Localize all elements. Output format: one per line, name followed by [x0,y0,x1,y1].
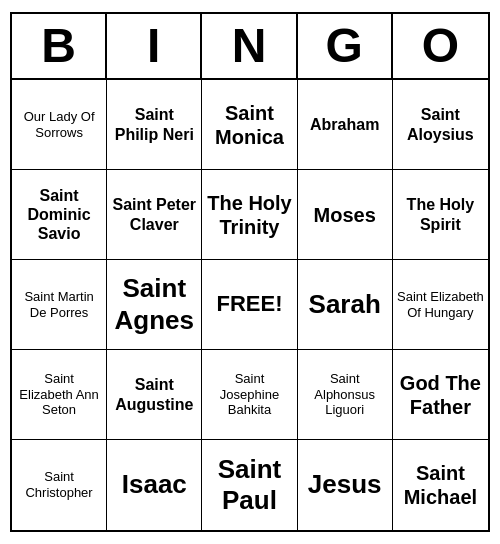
header-letter-g: G [298,14,393,78]
bingo-cell-21: Isaac [107,440,202,530]
bingo-cell-18: Saint Alphonsus Liguori [298,350,393,440]
bingo-cell-text-10: Saint Martin De Porres [16,289,102,320]
bingo-cell-text-15: Saint Elizabeth Ann Seton [16,371,102,418]
bingo-cell-7: The Holy Trinity [202,170,297,260]
bingo-cell-text-5: Saint Dominic Savio [16,186,102,244]
bingo-cell-22: Saint Paul [202,440,297,530]
bingo-cell-23: Jesus [298,440,393,530]
bingo-card: BINGO Our Lady Of SorrowsSaint Philip Ne… [10,12,490,532]
bingo-cell-text-7: The Holy Trinity [206,191,292,239]
bingo-cell-text-8: Moses [314,203,376,227]
bingo-cell-text-18: Saint Alphonsus Liguori [302,371,388,418]
bingo-cell-text-23: Jesus [308,469,382,500]
bingo-cell-20: Saint Christopher [12,440,107,530]
bingo-cell-11: Saint Agnes [107,260,202,350]
bingo-cell-text-16: Saint Augustine [111,375,197,413]
bingo-cell-24: Saint Michael [393,440,488,530]
bingo-cell-10: Saint Martin De Porres [12,260,107,350]
bingo-cell-text-4: Saint Aloysius [397,105,484,143]
bingo-cell-text-17: Saint Josephine Bahkita [206,371,292,418]
bingo-cell-13: Sarah [298,260,393,350]
bingo-cell-14: Saint Elizabeth Of Hungary [393,260,488,350]
bingo-cell-6: Saint Peter Claver [107,170,202,260]
bingo-cell-text-1: Saint Philip Neri [111,105,197,143]
bingo-cell-19: God The Father [393,350,488,440]
header-letter-n: N [202,14,297,78]
bingo-cell-8: Moses [298,170,393,260]
bingo-grid: Our Lady Of SorrowsSaint Philip NeriSain… [12,80,488,530]
bingo-cell-15: Saint Elizabeth Ann Seton [12,350,107,440]
bingo-cell-2: Saint Monica [202,80,297,170]
bingo-cell-text-19: God The Father [397,371,484,419]
bingo-cell-text-20: Saint Christopher [16,469,102,500]
bingo-cell-text-11: Saint Agnes [111,273,197,335]
bingo-cell-text-0: Our Lady Of Sorrows [16,109,102,140]
bingo-cell-text-12: FREE! [216,291,282,317]
bingo-cell-9: The Holy Spirit [393,170,488,260]
bingo-cell-text-3: Abraham [310,115,379,134]
bingo-header: BINGO [12,14,488,80]
bingo-cell-12: FREE! [202,260,297,350]
bingo-cell-text-2: Saint Monica [206,101,292,149]
bingo-cell-16: Saint Augustine [107,350,202,440]
bingo-cell-4: Saint Aloysius [393,80,488,170]
header-letter-i: I [107,14,202,78]
bingo-cell-0: Our Lady Of Sorrows [12,80,107,170]
header-letter-b: B [12,14,107,78]
bingo-cell-text-9: The Holy Spirit [397,195,484,233]
bingo-cell-17: Saint Josephine Bahkita [202,350,297,440]
bingo-cell-text-24: Saint Michael [397,461,484,509]
bingo-cell-5: Saint Dominic Savio [12,170,107,260]
bingo-cell-text-6: Saint Peter Claver [111,195,197,233]
bingo-cell-text-21: Isaac [122,469,187,500]
bingo-cell-text-22: Saint Paul [206,454,292,516]
bingo-cell-1: Saint Philip Neri [107,80,202,170]
header-letter-o: O [393,14,488,78]
bingo-cell-text-13: Sarah [309,289,381,320]
bingo-cell-3: Abraham [298,80,393,170]
bingo-cell-text-14: Saint Elizabeth Of Hungary [397,289,484,320]
